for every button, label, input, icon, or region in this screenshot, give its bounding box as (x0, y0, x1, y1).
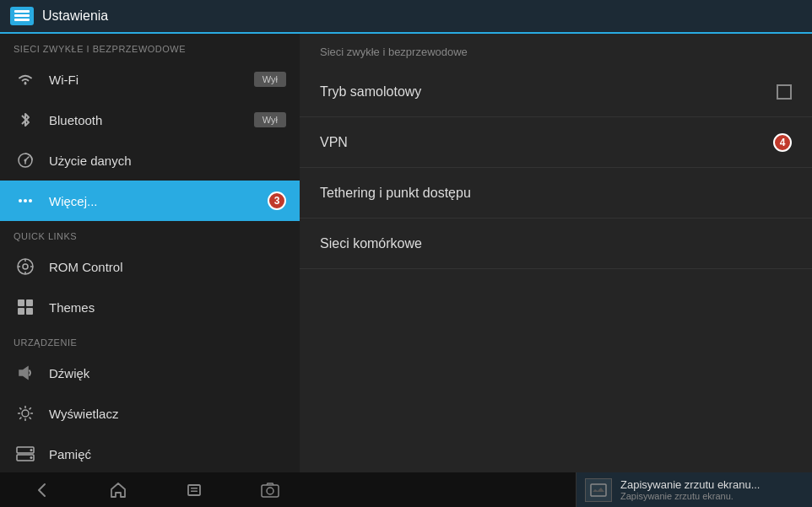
rom-control-label: ROM Control (49, 260, 286, 274)
svg-rect-42 (191, 488, 198, 489)
app-icon (10, 7, 34, 25)
svg-rect-41 (188, 485, 200, 495)
nav-back-button[interactable] (17, 477, 68, 503)
vpn-label: VPN (320, 135, 766, 150)
storage-icon (14, 442, 37, 466)
themes-label: Themes (49, 300, 286, 315)
screenshot-sub-text: Zapisywanie zrzutu ekranu. (620, 491, 760, 501)
vpn-badge: 4 (773, 133, 792, 152)
svg-point-45 (267, 488, 273, 494)
svg-point-33 (30, 456, 33, 459)
top-bar: Ustawienia (0, 0, 812, 34)
bluetooth-label: Bluetooth (49, 113, 254, 127)
svg-rect-20 (26, 308, 33, 315)
sidebar-item-data-usage[interactable]: Użycie danych (0, 140, 300, 181)
screenshot-thumb-icon (585, 478, 612, 502)
sidebar-item-display[interactable]: Wyświetlacz (0, 393, 300, 434)
svg-rect-19 (18, 308, 24, 315)
svg-line-29 (19, 418, 21, 419)
airplane-label: Tryb samolotowy (320, 84, 777, 100)
screenshot-text-container: Zapisywanie zrzutu ekranu... Zapisywanie… (620, 478, 760, 501)
mobile-networks-label: Sieci komórkowe (320, 236, 792, 251)
svg-rect-44 (262, 485, 279, 497)
nav-recent-button[interactable] (169, 477, 219, 503)
svg-rect-0 (14, 10, 30, 13)
svg-point-10 (29, 199, 32, 202)
screenshot-notification: Zapisywanie zrzutu ekranu... Zapisywanie… (576, 472, 812, 507)
content-item-tethering[interactable]: Tethering i punkt dostępu (300, 168, 812, 218)
main-layout: SIECI ZWYKŁE I BEZPRZEWODOWE Wi-Fi Wył (0, 34, 812, 472)
svg-rect-17 (18, 299, 24, 306)
section-header-networks: SIECI ZWYKŁE I BEZPRZEWODOWE (0, 34, 300, 59)
content-area: Sieci zwykłe i bezprzewodowe Tryb samolo… (300, 34, 812, 472)
screenshot-main-text: Zapisywanie zrzutu ekranu... (620, 478, 760, 491)
rom-control-icon (14, 255, 37, 278)
themes-icon (14, 295, 37, 319)
wifi-label: Wi-Fi (49, 73, 254, 87)
content-item-airplane[interactable]: Tryb samolotowy (300, 67, 812, 117)
storage-label: Pamięć (49, 447, 286, 461)
content-item-mobile-networks[interactable]: Sieci komórkowe (300, 218, 812, 269)
svg-point-21 (22, 410, 29, 417)
app-title: Ustawienia (42, 8, 108, 24)
section-header-device: URZĄDZENIE (0, 327, 300, 353)
sidebar-item-themes[interactable]: Themes (0, 287, 300, 327)
wifi-icon (14, 67, 37, 91)
vpn-badge-container: 4 (766, 133, 792, 152)
svg-line-27 (30, 418, 31, 419)
wifi-toggle[interactable]: Wył (254, 72, 286, 87)
section-header-quicklinks: QUICK LINKS (0, 221, 300, 246)
display-label: Wyświetlacz (49, 407, 286, 421)
more-label: Więcej... (49, 194, 261, 208)
more-icon (14, 189, 37, 213)
sidebar-item-bluetooth[interactable]: Bluetooth Wył (0, 100, 300, 140)
sound-label: Dźwięk (49, 366, 286, 380)
tethering-label: Tethering i punkt dostępu (320, 186, 792, 201)
svg-rect-18 (26, 299, 33, 306)
sidebar-item-wifi[interactable]: Wi-Fi Wył (0, 59, 300, 100)
content-section-header: Sieci zwykłe i bezprzewodowe (300, 34, 812, 67)
sidebar-item-storage[interactable]: Pamięć (0, 434, 300, 472)
bluetooth-toggle[interactable]: Wył (254, 112, 286, 127)
nav-camera-button[interactable] (245, 477, 295, 503)
more-badge: 3 (268, 191, 286, 210)
svg-rect-1 (14, 14, 30, 17)
bluetooth-icon (14, 108, 37, 132)
svg-point-3 (24, 83, 27, 85)
nav-home-button[interactable] (93, 477, 143, 503)
bottom-bar: Zapisywanie zrzutu ekranu... Zapisywanie… (0, 472, 812, 507)
svg-line-28 (30, 407, 31, 409)
sidebar-item-rom-control[interactable]: ROM Control (0, 246, 300, 287)
data-usage-icon (14, 148, 37, 172)
content-item-vpn[interactable]: VPN 4 (300, 117, 812, 168)
svg-point-32 (30, 449, 33, 451)
svg-point-12 (23, 264, 28, 269)
data-usage-label: Użycie danych (49, 154, 286, 168)
sidebar-item-more[interactable]: Więcej... 3 (0, 181, 300, 221)
sound-icon (14, 361, 37, 385)
svg-rect-2 (14, 19, 30, 21)
sidebar: SIECI ZWYKŁE I BEZPRZEWODOWE Wi-Fi Wył (0, 34, 300, 472)
airplane-checkbox-container (777, 84, 792, 100)
sidebar-item-sound[interactable]: Dźwięk (0, 353, 300, 393)
svg-line-26 (19, 407, 21, 409)
svg-point-8 (19, 199, 22, 202)
svg-point-9 (24, 199, 27, 202)
svg-rect-43 (191, 490, 198, 492)
display-icon (14, 402, 37, 425)
airplane-checkbox[interactable] (777, 84, 792, 100)
svg-point-7 (24, 159, 27, 162)
